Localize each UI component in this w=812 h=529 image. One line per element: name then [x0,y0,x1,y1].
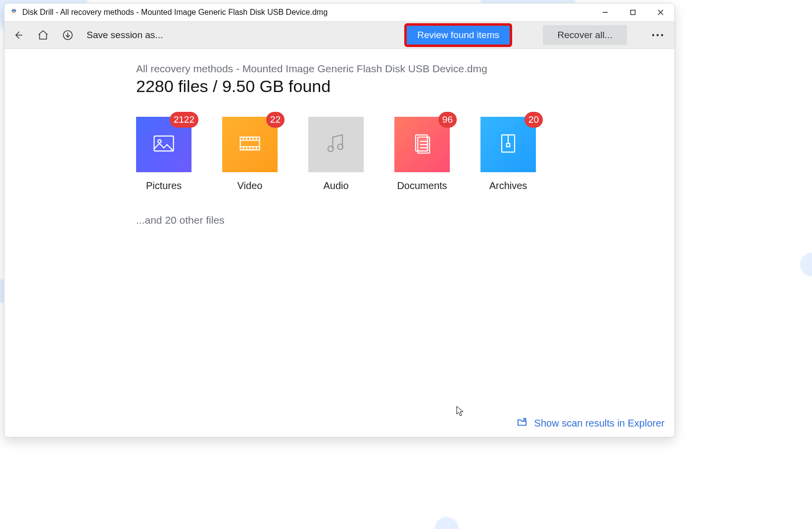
svg-point-10 [652,34,654,36]
review-found-items-label: Review found items [417,30,499,41]
pictures-badge: 2122 [170,112,198,128]
svg-rect-37 [507,144,510,147]
audio-tile [308,117,364,172]
documents-tile: 96 [394,117,450,172]
music-note-icon [323,131,349,158]
documents-badge: 96 [438,112,457,128]
close-button[interactable] [647,3,674,21]
svg-rect-5 [631,10,635,15]
svg-point-3 [14,11,15,11]
picture-icon [151,131,177,158]
more-menu-button[interactable] [649,25,667,45]
app-icon [9,8,18,17]
summary-heading: 2280 files / 9.50 GB found [136,77,674,96]
category-archives[interactable]: 20 Archives [480,117,536,192]
category-video[interactable]: 22 Video [222,117,278,192]
breadcrumb: All recovery methods - Mounted Image Gen… [136,63,674,75]
toolbar: Save session as... Review found items Re… [4,21,674,49]
archives-label: Archives [489,180,527,192]
titlebar: Disk Drill - All recovery methods - Moun… [4,3,674,21]
download-icon[interactable] [62,29,74,41]
category-audio[interactable]: Audio [308,117,364,192]
show-results-in-explorer-link[interactable]: Show scan results in Explorer [517,417,665,430]
video-badge: 22 [266,112,285,128]
save-session-link[interactable]: Save session as... [87,30,163,41]
filmstrip-icon [237,131,263,158]
show-results-label: Show scan results in Explorer [534,418,665,429]
svg-point-12 [661,34,663,36]
document-icon [409,131,435,158]
archives-tile: 20 [480,117,536,172]
minimize-button[interactable] [591,3,619,21]
recover-all-label: Recover all... [558,30,613,41]
home-icon[interactable] [37,29,49,41]
window-controls [591,3,674,21]
open-folder-icon [517,417,527,430]
pictures-label: Pictures [146,180,182,192]
video-label: Video [238,180,263,192]
review-found-items-button[interactable]: Review found items [406,25,510,45]
svg-rect-1 [12,10,16,11]
archives-badge: 20 [525,112,543,128]
svg-point-11 [657,34,659,36]
maximize-button[interactable] [619,3,647,21]
content-area: All recovery methods - Mounted Image Gen… [4,49,674,437]
category-pictures[interactable]: 2122 Pictures [136,117,191,192]
pictures-tile: 2122 [136,117,191,172]
video-tile: 22 [222,117,278,172]
app-window: Disk Drill - All recovery methods - Moun… [4,3,675,437]
recover-all-button[interactable]: Recover all... [543,25,627,45]
archive-icon [495,131,521,158]
svg-point-2 [12,11,13,11]
audio-label: Audio [323,180,348,192]
documents-label: Documents [397,180,447,192]
other-files-text: ...and 20 other files [136,214,674,226]
category-cards: 2122 Pictures [136,117,674,192]
category-documents[interactable]: 96 Documents [394,117,450,192]
svg-point-14 [158,140,161,143]
back-icon[interactable] [12,29,24,41]
window-title: Disk Drill - All recovery methods - Moun… [22,8,328,17]
